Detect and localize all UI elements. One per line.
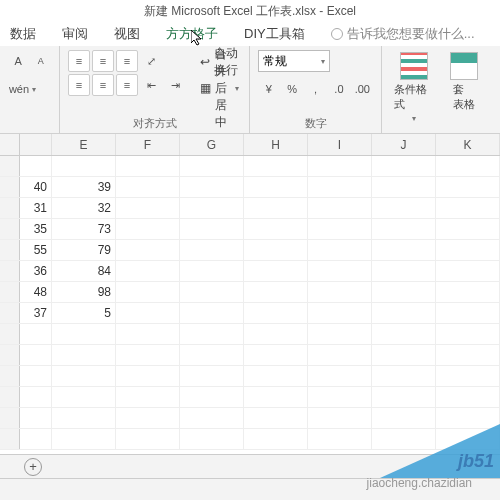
tab-data[interactable]: 数据 — [10, 25, 36, 43]
col-E[interactable]: E — [52, 134, 116, 155]
decrease-decimal-icon[interactable]: .00 — [352, 78, 373, 100]
col-K[interactable]: K — [436, 134, 500, 155]
table-row[interactable]: 3132 — [0, 198, 500, 219]
decrease-font-icon[interactable]: A — [31, 50, 52, 72]
table-row[interactable]: 3684 — [0, 261, 500, 282]
indent-dec-icon[interactable]: ⇤ — [140, 74, 162, 96]
align-middle-icon[interactable]: ≡ — [92, 50, 114, 72]
align-right-icon[interactable]: ≡ — [116, 74, 138, 96]
tab-view[interactable]: 视图 — [114, 25, 140, 43]
col-partial[interactable] — [20, 134, 52, 155]
wrap-icon: ↩ — [200, 55, 210, 69]
group-number: 常规▾ ¥ % , .0 .00 数字 — [250, 46, 382, 133]
number-format-dropdown[interactable]: 常规▾ — [258, 50, 330, 72]
table-row[interactable]: 3573 — [0, 219, 500, 240]
conditional-format-icon — [400, 52, 428, 80]
rows: 4039 3132 3573 5579 3684 4898 375 — [0, 156, 500, 450]
ribbon-tabs: 数据 审阅 视图 方方格子 DIY工具箱 告诉我您想要做什么... — [0, 22, 500, 46]
table-row[interactable] — [0, 324, 500, 345]
table-row[interactable] — [0, 156, 500, 177]
merge-center-button[interactable]: ▦合并后居中▾ — [198, 76, 241, 100]
watermark-sub: jiaocheng.chazidian — [367, 476, 472, 490]
bulb-icon — [331, 28, 343, 40]
group-alignment: ≡≡≡⤢ ≡≡≡⇤⇥ ↩自动换行 ▦合并后居中▾ 对齐方式 — [60, 46, 250, 133]
table-row[interactable] — [0, 345, 500, 366]
align-bottom-icon[interactable]: ≡ — [116, 50, 138, 72]
format-table-button[interactable]: 套 表格 — [446, 50, 482, 125]
phonetic-guide-icon[interactable]: wén — [8, 78, 30, 100]
increase-decimal-icon[interactable]: .0 — [328, 78, 349, 100]
align-center-icon[interactable]: ≡ — [92, 74, 114, 96]
col-I[interactable]: I — [308, 134, 372, 155]
chevron-down-icon: ▾ — [235, 84, 239, 93]
tell-me-label: 告诉我您想要做什么... — [347, 25, 475, 43]
tell-me[interactable]: 告诉我您想要做什么... — [331, 25, 475, 43]
chevron-down-icon: ▾ — [321, 57, 325, 66]
chevron-down-icon: ▾ — [32, 85, 36, 94]
table-row[interactable]: 375 — [0, 303, 500, 324]
comma-icon[interactable]: , — [305, 78, 326, 100]
chevron-down-icon: ▾ — [412, 114, 416, 123]
number-format-label: 常规 — [263, 53, 287, 70]
table-style-label: 套 表格 — [453, 82, 475, 112]
table-row[interactable] — [0, 387, 500, 408]
increase-font-icon[interactable]: A — [8, 50, 29, 72]
watermark-text: jb51 — [458, 451, 494, 472]
tab-fanggezi[interactable]: 方方格子 — [166, 25, 218, 43]
tab-review[interactable]: 审阅 — [62, 25, 88, 43]
table-row[interactable]: 4039 — [0, 177, 500, 198]
cond-format-label: 条件格式 — [394, 82, 434, 112]
percent-icon[interactable]: % — [281, 78, 302, 100]
group-styles: 条件格式▾ 套 表格 — [382, 46, 490, 133]
group-label-number: 数字 — [250, 116, 381, 131]
col-J[interactable]: J — [372, 134, 436, 155]
table-row[interactable]: 5579 — [0, 240, 500, 261]
indent-inc-icon[interactable]: ⇥ — [164, 74, 186, 96]
col-F[interactable]: F — [116, 134, 180, 155]
conditional-format-button[interactable]: 条件格式▾ — [390, 50, 438, 125]
ribbon: AA wén▾ ≡≡≡⤢ ≡≡≡⇤⇥ ↩自动换行 ▦合并后居中▾ 对齐方式 常规… — [0, 46, 500, 134]
select-all-corner[interactable] — [0, 134, 20, 155]
col-G[interactable]: G — [180, 134, 244, 155]
align-left-icon[interactable]: ≡ — [68, 74, 90, 96]
new-sheet-button[interactable]: + — [24, 458, 42, 476]
group-label-alignment: 对齐方式 — [60, 116, 249, 131]
tab-diy-toolbox[interactable]: DIY工具箱 — [244, 25, 305, 43]
orientation-icon[interactable]: ⤢ — [140, 50, 162, 72]
table-row[interactable] — [0, 366, 500, 387]
column-headers: E F G H I J K — [0, 134, 500, 156]
group-font: AA wén▾ — [0, 46, 60, 133]
currency-icon[interactable]: ¥ — [258, 78, 279, 100]
align-top-icon[interactable]: ≡ — [68, 50, 90, 72]
table-style-icon — [450, 52, 478, 80]
window-title: 新建 Microsoft Excel 工作表.xlsx - Excel — [0, 0, 500, 22]
merge-icon: ▦ — [200, 81, 211, 95]
col-H[interactable]: H — [244, 134, 308, 155]
table-row[interactable]: 4898 — [0, 282, 500, 303]
